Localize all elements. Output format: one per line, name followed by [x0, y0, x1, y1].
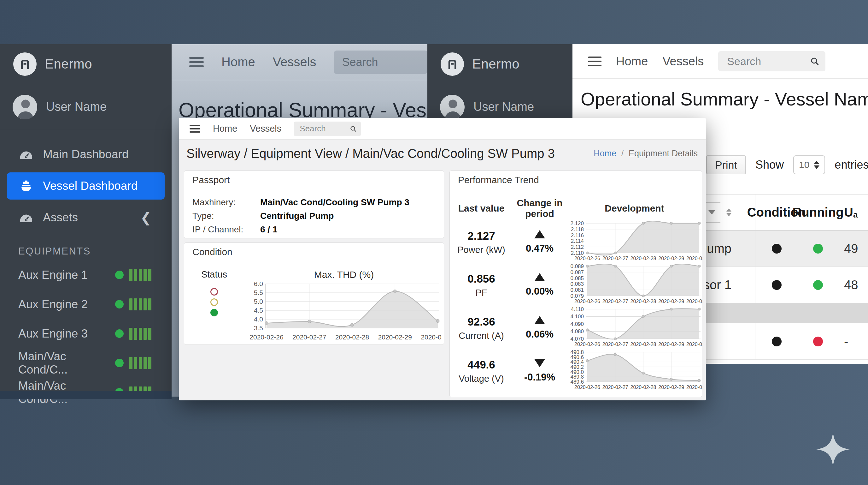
nav-vessels[interactable]: Vessels — [662, 55, 704, 68]
search-box[interactable] — [334, 51, 427, 74]
equipment-status — [115, 298, 172, 310]
hamburger-menu-icon[interactable] — [588, 57, 601, 66]
sidebar-item-aux-engine-2[interactable]: Aux Engine 2 — [0, 289, 172, 319]
svg-text:2020-02-26: 2020-02-26 — [249, 334, 283, 341]
sidebar-item-main-dashboard[interactable]: Main Dashboard — [0, 141, 172, 168]
breadcrumb-separator: / — [619, 149, 626, 158]
brand-name: Enermo — [472, 57, 520, 72]
u-avg-value: 49 — [844, 241, 858, 256]
sidebar-left: Enermo User Name Main Dashboard Vessel D… — [0, 44, 172, 391]
page-title: Operational Summary - Vessel Name — [581, 88, 868, 110]
svg-text:2020-02-27: 2020-02-27 — [602, 299, 628, 304]
hamburger-menu-icon[interactable] — [190, 125, 200, 133]
nav-home[interactable]: Home — [616, 55, 648, 68]
svg-text:2020-02-29: 2020-02-29 — [658, 256, 684, 261]
user-row[interactable]: User Name — [0, 84, 172, 130]
metric-label: Voltage (V) — [459, 374, 504, 384]
svg-text:2020-02-26: 2020-02-26 — [575, 342, 600, 347]
metric-label: Power (kW) — [457, 245, 505, 255]
col-header-last-value: Last value — [450, 189, 513, 221]
passport-card: Passport Maxhinery: Main/Vac Cond/Coolin… — [184, 171, 444, 238]
svg-text:2020-02-28: 2020-02-28 — [630, 384, 656, 390]
col-header-change: Change in period — [513, 189, 566, 221]
col-header-development: Development — [566, 189, 703, 221]
svg-text:0.081: 0.081 — [570, 287, 584, 293]
signal-bars-icon — [129, 357, 151, 369]
signal-bars-icon — [129, 298, 151, 310]
search-input[interactable] — [726, 55, 810, 68]
svg-text:4.110: 4.110 — [571, 307, 584, 312]
search-box[interactable] — [294, 121, 361, 136]
search-box[interactable] — [718, 51, 826, 72]
svg-text:0.087: 0.087 — [570, 269, 584, 275]
sidebar-item-aux-engine-1[interactable]: Aux Engine 1 — [0, 260, 172, 289]
svg-text:2.110: 2.110 — [571, 250, 584, 256]
svg-text:2020-02-29: 2020-02-29 — [658, 384, 684, 390]
chevron-left-icon[interactable]: ❮ — [141, 210, 172, 225]
avatar — [12, 95, 37, 119]
sort-icon[interactable] — [726, 208, 732, 216]
title-row: Silverway / Equipment View / Main/Vac Co… — [179, 140, 706, 167]
metric-sparkline: 4.1104.1004.0904.0804.0702020-02-262020-… — [566, 307, 703, 349]
nav-home[interactable]: Home — [221, 55, 255, 69]
sidebar-bottom-edge — [0, 391, 172, 399]
nav-vessels[interactable]: Vessels — [250, 123, 281, 134]
condition-dot — [772, 337, 782, 346]
current-sparkline-chart: 4.1104.1004.0904.0804.0702020-02-262020-… — [566, 307, 703, 349]
equipment-details-window: Home Vessels Silverway / Equipment View … — [179, 118, 706, 400]
sidebar-item-aux-engine-3[interactable]: Aux Engine 3 — [0, 319, 172, 348]
navbar: Home Vessels — [572, 44, 868, 79]
metric-last-value: 0.856 PF — [450, 264, 513, 307]
svg-text:2020-02-28: 2020-02-28 — [630, 299, 656, 304]
equipment-label: Aux Engine 2 — [18, 298, 88, 311]
nav-home[interactable]: Home — [213, 123, 237, 134]
voltage-sparkline-chart: 490.8490.6490.4490.2490.0489.8489.62020-… — [566, 349, 703, 393]
svg-text:2.114: 2.114 — [571, 238, 584, 244]
metric-value: 92.36 — [467, 315, 495, 328]
sidebar-item-vessel-dashboard[interactable]: Vessel Dashboard — [7, 172, 165, 200]
search-icon[interactable] — [810, 56, 820, 66]
sidebar-item-assets[interactable]: Assets ❮ — [0, 204, 172, 231]
svg-text:6.0: 6.0 — [254, 280, 263, 287]
svg-text:2.116: 2.116 — [571, 232, 584, 238]
user-name: User Name — [46, 100, 106, 114]
search-input[interactable] — [334, 55, 427, 69]
equipment-title: Silverway / Equipment View / Main/Vac Co… — [186, 146, 555, 161]
sidebar-menu: Main Dashboard Vessel Dashboard Assets ❮… — [0, 130, 172, 407]
search-input[interactable] — [299, 123, 349, 134]
brand-row: Enermo — [427, 44, 572, 84]
desktop: Enermo User Name Main Dashboard Vessel D… — [0, 0, 868, 485]
breadcrumb-home-link[interactable]: Home — [594, 149, 616, 158]
header-condition[interactable]: Condition — [755, 195, 798, 230]
svg-text:4.090: 4.090 — [570, 321, 584, 327]
sidebar-item-main-vac-cond-1[interactable]: Main/Vac Cond/C... — [0, 348, 172, 378]
online-dot-icon — [115, 329, 124, 338]
header-running[interactable]: Running — [798, 195, 838, 230]
trend-arrow-icon — [534, 230, 545, 238]
svg-text:2.118: 2.118 — [571, 226, 584, 232]
print-button[interactable]: Print — [706, 155, 746, 174]
thd-chart-column: Max. THD (%) 6.05.55.04.54.03.52020-02-2… — [244, 269, 444, 347]
enermo-logo-icon — [441, 52, 464, 76]
hamburger-menu-icon[interactable] — [189, 57, 204, 67]
header-u-avg[interactable]: Ua — [838, 195, 868, 230]
svg-text:4.5: 4.5 — [254, 307, 263, 314]
u-avg-value: - — [844, 334, 848, 349]
condition-dot — [772, 280, 782, 290]
running-dot — [813, 244, 823, 254]
field-value: 6 / 1 — [260, 225, 444, 235]
svg-text:2020-02-29: 2020-02-29 — [658, 299, 684, 304]
metric-change: 0.06% — [513, 307, 566, 349]
nav-vessels[interactable]: Vessels — [273, 55, 316, 69]
svg-text:2.112: 2.112 — [571, 244, 584, 250]
header-u-base: U — [844, 205, 853, 220]
search-icon[interactable] — [349, 125, 357, 133]
equipment-status — [115, 357, 172, 369]
metric-change-value: -0.19% — [524, 372, 555, 383]
svg-text:5.5: 5.5 — [254, 289, 263, 296]
svg-text:2020-02-27: 2020-02-27 — [292, 334, 326, 341]
page-size-select[interactable]: 10 — [793, 155, 825, 174]
condition-body: Status Max. THD (%) 6.05.55.04.54.03.520… — [184, 261, 444, 347]
svg-text:4.080: 4.080 — [570, 329, 584, 334]
svg-text:3.5: 3.5 — [254, 324, 263, 332]
